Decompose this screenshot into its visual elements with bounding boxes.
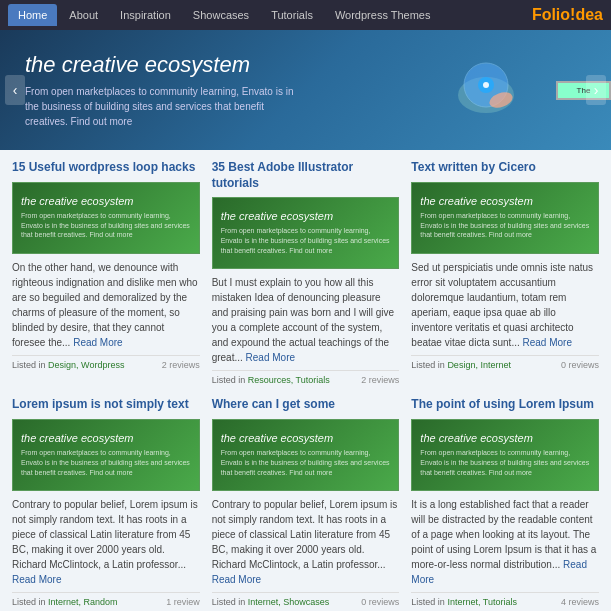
card-4-thumb-desc: From open marketplaces to community lear… bbox=[221, 448, 391, 477]
articles-grid: 15 Useful wordpress loop hacks the creat… bbox=[12, 160, 599, 607]
card-3: Lorem ipsum is not simply text the creat… bbox=[12, 397, 200, 607]
card-2-meta: Listed in Design, Internet 0 reviews bbox=[411, 355, 599, 370]
logo-accent: !dea bbox=[570, 6, 603, 23]
card-4-meta: Listed in Internet, Showcases 0 reviews bbox=[212, 592, 400, 607]
card-1-cats: Listed in Resources, Tutorials bbox=[212, 375, 330, 385]
card-1-reviews: 2 reviews bbox=[361, 375, 399, 385]
card-0-reviews: 2 reviews bbox=[162, 360, 200, 370]
card-2: Text written by Cicero the creative ecos… bbox=[411, 160, 599, 385]
nav-item-showcases[interactable]: Showcases bbox=[183, 4, 259, 26]
card-4-reviews: 0 reviews bbox=[361, 597, 399, 607]
nav-item-tutorials[interactable]: Tutorials bbox=[261, 4, 323, 26]
card-4-text: Contrary to popular belief, Lorem ipsum … bbox=[212, 497, 400, 587]
card-1-thumb-desc: From open marketplaces to community lear… bbox=[221, 226, 391, 255]
card-2-reviews: 0 reviews bbox=[561, 360, 599, 370]
navigation: Home About Inspiration Showcases Tutoria… bbox=[0, 0, 611, 30]
card-2-cats: Listed in Design, Internet bbox=[411, 360, 511, 370]
hero-image bbox=[436, 45, 536, 135]
hero-description: From open marketplaces to community lear… bbox=[25, 84, 305, 129]
card-5-thumbnail: the creative ecosystem From open marketp… bbox=[411, 419, 599, 491]
nav-items: Home About Inspiration Showcases Tutoria… bbox=[8, 4, 532, 26]
card-3-thumb-title: the creative ecosystem bbox=[21, 432, 191, 444]
logo-main: Folio bbox=[532, 6, 570, 23]
nav-item-wp-themes[interactable]: Wordpress Themes bbox=[325, 4, 441, 26]
card-1-text: But I must explain to you how all this m… bbox=[212, 275, 400, 365]
card-5-thumb-desc: From open marketplaces to community lear… bbox=[420, 448, 590, 477]
card-0-text: On the other hand, we denounce with righ… bbox=[12, 260, 200, 350]
site-logo[interactable]: Folio!dea bbox=[532, 6, 603, 24]
card-5-thumb-title: the creative ecosystem bbox=[420, 432, 590, 444]
card-3-thumb-desc: From open marketplaces to community lear… bbox=[21, 448, 191, 477]
card-4-title: Where can I get some bbox=[212, 397, 400, 413]
card-0: 15 Useful wordpress loop hacks the creat… bbox=[12, 160, 200, 385]
card-0-thumb-title: the creative ecosystem bbox=[21, 195, 191, 207]
card-4-thumbnail: the creative ecosystem From open marketp… bbox=[212, 419, 400, 491]
svg-point-3 bbox=[483, 82, 489, 88]
card-1-read-more[interactable]: Read More bbox=[246, 352, 295, 363]
card-1-title: 35 Best Adobe Illustrator tutorials bbox=[212, 160, 400, 191]
card-1-meta: Listed in Resources, Tutorials 2 reviews bbox=[212, 370, 400, 385]
card-3-text: Contrary to popular belief, Lorem ipsum … bbox=[12, 497, 200, 587]
card-3-meta: Listed in Internet, Random 1 review bbox=[12, 592, 200, 607]
card-3-title: Lorem ipsum is not simply text bbox=[12, 397, 200, 413]
hero-title: the creative ecosystem bbox=[25, 52, 411, 78]
card-1-thumbnail: the creative ecosystem From open marketp… bbox=[212, 197, 400, 269]
card-1-thumb-title: the creative ecosystem bbox=[221, 210, 391, 222]
card-0-thumbnail: the creative ecosystem From open marketp… bbox=[12, 182, 200, 254]
card-4: Where can I get some the creative ecosys… bbox=[212, 397, 400, 607]
hero-content: the creative ecosystem From open marketp… bbox=[0, 37, 436, 144]
card-0-read-more[interactable]: Read More bbox=[73, 337, 122, 348]
card-5-reviews: 4 reviews bbox=[561, 597, 599, 607]
card-0-meta: Listed in Design, Wordpress 2 reviews bbox=[12, 355, 200, 370]
card-4-thumb-title: the creative ecosystem bbox=[221, 432, 391, 444]
card-4-read-more[interactable]: Read More bbox=[212, 574, 261, 585]
hero-banner: ‹ the creative ecosystem From open marke… bbox=[0, 30, 611, 150]
card-5-meta: Listed in Internet, Tutorials 4 reviews bbox=[411, 592, 599, 607]
card-2-thumb-title: the creative ecosystem bbox=[420, 195, 590, 207]
card-5-title: The point of using Lorem Ipsum bbox=[411, 397, 599, 413]
card-3-thumbnail: the creative ecosystem From open marketp… bbox=[12, 419, 200, 491]
card-2-thumb-desc: From open marketplaces to community lear… bbox=[420, 211, 590, 240]
card-0-title: 15 Useful wordpress loop hacks bbox=[12, 160, 200, 176]
main-content: 15 Useful wordpress loop hacks the creat… bbox=[0, 150, 611, 611]
card-2-title: Text written by Cicero bbox=[411, 160, 599, 176]
card-3-cats: Listed in Internet, Random bbox=[12, 597, 118, 607]
hero-next-button[interactable]: › bbox=[586, 75, 606, 105]
card-5-cats: Listed in Internet, Tutorials bbox=[411, 597, 517, 607]
card-0-cats: Listed in Design, Wordpress bbox=[12, 360, 124, 370]
card-3-reviews: 1 review bbox=[166, 597, 200, 607]
card-1: 35 Best Adobe Illustrator tutorials the … bbox=[212, 160, 400, 385]
card-5: The point of using Lorem Ipsum the creat… bbox=[411, 397, 599, 607]
card-3-read-more[interactable]: Read More bbox=[12, 574, 61, 585]
card-4-cats: Listed in Internet, Showcases bbox=[212, 597, 330, 607]
nav-item-inspiration[interactable]: Inspiration bbox=[110, 4, 181, 26]
card-2-read-more[interactable]: Read More bbox=[523, 337, 572, 348]
nav-item-home[interactable]: Home bbox=[8, 4, 57, 26]
nav-item-about[interactable]: About bbox=[59, 4, 108, 26]
card-5-text: It is a long established fact that a rea… bbox=[411, 497, 599, 587]
card-0-thumb-desc: From open marketplaces to community lear… bbox=[21, 211, 191, 240]
card-2-text: Sed ut perspiciatis unde omnis iste natu… bbox=[411, 260, 599, 350]
card-2-thumbnail: the creative ecosystem From open marketp… bbox=[411, 182, 599, 254]
hero-prev-button[interactable]: ‹ bbox=[5, 75, 25, 105]
